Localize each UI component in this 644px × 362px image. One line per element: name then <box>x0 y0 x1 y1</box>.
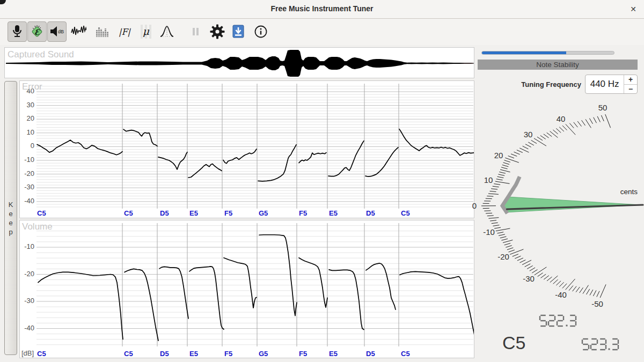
note-label: C5 <box>124 209 133 217</box>
note-label: C5 <box>401 209 410 217</box>
y-tick-label: -30 <box>20 183 34 191</box>
increment-button[interactable]: + <box>624 75 637 84</box>
ear-icon: Ɛ <box>29 24 45 40</box>
decrement-button[interactable]: − <box>624 84 637 94</box>
note-label: C5 <box>401 350 410 358</box>
note-label: D5 <box>366 350 375 358</box>
fourier-icon-label: |F| <box>119 27 131 37</box>
error-chart-labels: 403020100-10-20-30-40C5C5D5E5F5G5F5E5D5C… <box>20 81 474 218</box>
y-tick-label: -40 <box>20 197 34 205</box>
y-tick-label: -10 <box>20 156 34 164</box>
captured-sound-title: Captured Sound <box>8 49 74 60</box>
statistics-view-button[interactable] <box>159 24 175 40</box>
note-stability-progressbar <box>481 51 614 55</box>
tuning-frequency-spinbox[interactable]: 440 Hz + − <box>585 75 638 94</box>
window-title: Free Music Instrument Tuner <box>0 0 644 18</box>
y-tick-label: 10 <box>20 128 34 136</box>
gauge-tick-label: 20 <box>494 151 503 160</box>
gauge-tick-label: 40 <box>557 114 566 123</box>
pause-button[interactable] <box>187 24 203 40</box>
y-tick-label: -20 <box>20 270 34 278</box>
tuning-frequency-label: Tuning Frequency <box>478 80 581 88</box>
fmit-window: Free Music Instrument Tuner ✕ Ɛ <box>0 0 644 362</box>
note-label: G5 <box>259 350 268 358</box>
gauge-tick-label: -10 <box>483 227 495 237</box>
y-tick-label: 30 <box>20 101 34 109</box>
close-icon[interactable]: ✕ <box>628 4 639 14</box>
waveform-view-button[interactable] <box>70 24 86 40</box>
gauge-tick-label: -30 <box>523 274 535 283</box>
note-label: G5 <box>259 209 268 217</box>
note-label: F5 <box>299 350 307 358</box>
y-tick-label: -10 <box>20 242 34 250</box>
error-chart-panel: 403020100-10-20-30-40C5C5D5E5F5G5F5E5D5C… <box>19 80 474 218</box>
note-label: C5 <box>37 209 46 217</box>
note-stability-label: Note Stability <box>478 60 638 70</box>
y-tick-label: -40 <box>20 324 34 332</box>
volume-unit-label: [dB] <box>21 349 34 357</box>
gauge-tick-label: -50 <box>591 299 603 308</box>
db-icon-label: dB <box>58 29 64 34</box>
gaussian-curve-icon <box>159 24 175 40</box>
note-label: D5 <box>160 209 169 217</box>
harmonics-view-button[interactable] <box>94 24 111 40</box>
note-stability-progress-fill <box>482 51 566 54</box>
y-tick-label: 20 <box>20 114 34 122</box>
settings-button[interactable] <box>209 24 225 40</box>
note-label: E5 <box>189 350 198 358</box>
spinner-buttons: + − <box>624 75 637 93</box>
volume-chart-labels: -10-20-30-40C5C5D5E5F5G5F5E5D5C5 <box>20 220 474 358</box>
microtonal-view-button[interactable]: μ <box>138 24 154 40</box>
note-label: F5 <box>299 209 307 217</box>
volume-chart-panel: -10-20-30-40C5C5D5E5F5G5F5E5D5C5 Volume … <box>19 220 474 358</box>
detected-note-readout: C5 <box>502 333 525 353</box>
y-tick-label: -30 <box>20 297 34 305</box>
histogram-bars-icon <box>94 24 111 40</box>
waveform-icon <box>70 24 86 40</box>
gauge-tick-label: 50 <box>598 103 608 112</box>
keep-button-label: Keep <box>8 200 14 237</box>
captured-sound-panel: Captured Sound <box>4 47 474 78</box>
save-icon <box>230 24 246 40</box>
note-label: D5 <box>160 350 169 358</box>
microphone-toggle-button[interactable] <box>8 21 27 42</box>
pause-icon <box>187 24 203 40</box>
gauge-tick-label: 10 <box>484 175 493 184</box>
toolbar: Ɛ dB <box>0 19 644 45</box>
gauge-tick-label: -40 <box>555 290 567 299</box>
tuning-frequency-value[interactable]: 440 Hz <box>586 75 624 93</box>
note-label: E5 <box>329 209 338 217</box>
gauge-tick-label: 30 <box>524 130 533 139</box>
mu-icon-label: μ <box>143 25 150 37</box>
fourier-icon: |F| <box>116 24 133 40</box>
ear-toggle-button[interactable]: Ɛ <box>27 21 47 42</box>
y-tick-label: 0 <box>20 142 34 150</box>
captured-waveform <box>5 48 474 78</box>
cents-gauge: -50-40-30-20-1001020304050 <box>470 94 644 362</box>
titlebar: Free Music Instrument Tuner ✕ <box>0 0 644 19</box>
note-label: C5 <box>124 350 133 358</box>
keep-button[interactable]: Keep <box>4 81 17 355</box>
note-label: E5 <box>189 209 198 217</box>
gauge-tick-label: -20 <box>497 252 509 261</box>
microphone-icon <box>9 24 25 40</box>
gauge-unit-label: cents <box>616 188 638 196</box>
note-label: D5 <box>366 209 375 217</box>
save-capture-button[interactable] <box>230 24 246 40</box>
y-tick-label: -20 <box>20 169 34 178</box>
about-button[interactable] <box>253 24 269 40</box>
volume-chart-title: Volume <box>22 221 53 232</box>
error-chart-title: Error <box>22 82 42 92</box>
volume-db-toggle-button[interactable]: dB <box>47 21 67 42</box>
note-label: F5 <box>224 209 232 217</box>
note-label: E5 <box>329 350 338 358</box>
gear-icon <box>209 24 225 40</box>
info-icon <box>253 24 269 40</box>
note-label: C5 <box>37 350 46 358</box>
note-label: F5 <box>224 350 232 358</box>
speaker-db-icon: dB <box>49 24 65 40</box>
fourier-view-button[interactable]: |F| <box>116 24 133 40</box>
mu-icon: μ <box>138 24 154 40</box>
